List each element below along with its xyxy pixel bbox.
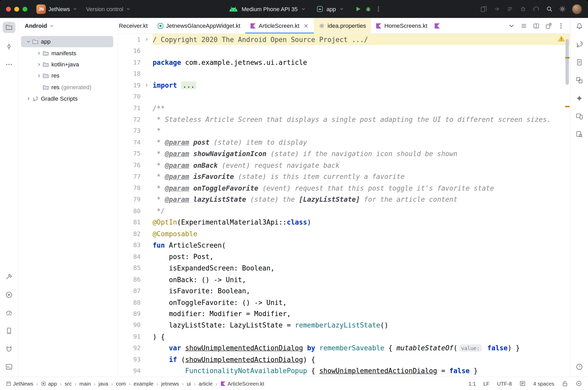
attach-debugger-icon[interactable] [520,6,527,12]
gutter[interactable]: 85 [118,262,153,274]
terminal-icon[interactable] [4,362,14,371]
breadcrumb-app[interactable]: app [41,380,57,386]
code-line[interactable]: 86 onBack: () -> Unit, [118,274,570,285]
code-line[interactable]: 79 * @param lazyListState (state) the [L… [118,194,570,205]
editor-scrollbar[interactable] [565,39,569,85]
app-inspection-icon[interactable] [574,130,584,139]
code-line[interactable]: 18 [118,68,570,79]
code-line[interactable]: 78 * @param onToggleFavorite (event) req… [118,182,570,194]
device-mirroring-icon[interactable] [480,6,487,12]
gutter[interactable]: 83 [118,239,153,251]
breadcrumb-com[interactable]: com [116,380,126,386]
chevron-right-icon[interactable] [35,49,43,57]
breadcrumb-src[interactable]: src [65,380,72,386]
gutter[interactable]: 78 [118,182,153,194]
breadcrumb-article[interactable]: article [199,380,213,386]
task-list-icon[interactable] [507,6,513,12]
more-icon[interactable] [4,60,14,69]
code-line[interactable]: 87 isFavorite: Boolean, [118,285,570,297]
gutter[interactable]: 79 [118,194,153,205]
notifications-icon[interactable] [574,22,584,31]
code-line[interactable]: 71/** [118,102,570,114]
gutter[interactable]: 88 [118,297,153,308]
chevron-down-icon[interactable] [25,38,32,45]
code-line[interactable]: 1/ Copyright 2020 The Android Open Sourc… [118,34,570,45]
tab-list-icon[interactable] [521,22,527,29]
gutter[interactable]: 92 [118,342,153,354]
detach-editor-icon[interactable] [545,22,552,29]
chevron-right-icon[interactable] [35,72,43,80]
gutter[interactable]: 70 [118,91,153,102]
project-folder-icon[interactable] [2,22,15,33]
fold-marker-icon[interactable] [141,37,152,42]
gutter[interactable]: 77 [118,171,153,182]
devices-icon[interactable] [4,326,14,335]
code-line[interactable]: 77 * @param isFavorite (state) is this i… [118,171,570,182]
code-line[interactable]: 91) { [118,331,570,342]
gemini-icon[interactable] [574,94,584,103]
code-line[interactable]: 73 * [118,125,570,137]
gutter[interactable]: 74 [118,137,153,148]
gutter[interactable]: 17 [118,57,153,68]
tree-item-app[interactable]: app [21,36,113,47]
unlock-icon[interactable] [562,380,568,387]
breadcrumb-articlescreen-kt[interactable]: ArticleScreen.kt [220,380,264,386]
code-line[interactable]: 74 * @param post (state) item to display [118,137,570,148]
close-tab-icon[interactable] [303,23,309,29]
caret-position[interactable]: 1:1 [468,380,476,386]
tab-idea-properties[interactable]: idea.properties [314,18,371,33]
code-line[interactable]: 88 onToggleFavorite: () -> Unit, [118,297,570,308]
minimize-window-button[interactable] [14,6,19,11]
breadcrumb-jetnews[interactable]: jetnews [161,380,179,386]
running-devices-icon[interactable] [574,112,584,121]
tree-item-kotlin-java[interactable]: kotlin+java [21,59,113,70]
tab-receiver-kt[interactable]: Receiver.kt [118,18,153,33]
code-line[interactable]: 72 * Stateless Article Screen that displ… [118,114,570,125]
gutter[interactable]: 71 [118,102,153,114]
code-line[interactable]: 80 */ [118,205,570,217]
build-icon[interactable] [4,272,14,281]
gutter[interactable]: 16 [118,45,153,57]
fold-marker-icon[interactable] [141,83,152,87]
code-line[interactable]: 93 if (showUnimplementedActionDialog) { [118,354,570,365]
code-line[interactable]: 76 * @param onBack (event) request navig… [118,159,570,171]
tab-stub[interactable] [432,18,442,33]
profiler-icon[interactable] [4,308,14,317]
gutter[interactable]: 90 [118,319,153,331]
device-selector[interactable]: Medium Phone API 35 [242,6,298,12]
run-button[interactable] [355,6,361,12]
gradle-icon[interactable] [574,40,584,49]
user-avatar[interactable] [572,4,582,14]
code-line[interactable]: 85 isExpandedScreen: Boolean, [118,262,570,274]
indent-info[interactable]: 4 spaces [533,380,554,386]
code-line[interactable]: 75 * @param showNavigationIcon (state) i… [118,148,570,159]
code-line[interactable]: 90 lazyListState: LazyListState = rememb… [118,319,570,331]
gutter[interactable]: 19 [118,79,153,91]
tab-jetnewsglanceappwidget-kt[interactable]: JetnewsGlanceAppWidget.kt [152,18,245,33]
code-line[interactable]: 17package com.example.jetnews.ui.article [118,57,570,68]
commit-icon[interactable] [4,42,14,51]
gutter[interactable]: 82 [118,228,153,239]
run-configuration[interactable]: app [326,6,336,12]
debug-button[interactable] [365,6,372,12]
editor[interactable]: 1/ Copyright 2020 The Android Open Sourc… [118,34,570,377]
file-encoding[interactable]: UTF-8 [497,380,512,386]
vcs-widget[interactable]: Version control [86,6,130,12]
code-line[interactable]: 92 var showUnimplementedActionDialog by … [118,342,570,354]
code-line[interactable]: 94 FunctionalityNotAvailablePopup { show… [118,365,570,377]
gutter[interactable]: 84 [118,251,153,262]
gutter[interactable]: 18 [118,68,153,79]
gutter[interactable]: 87 [118,285,153,297]
project-panel-header[interactable]: Android [18,18,118,34]
code-line[interactable]: 81@OptIn(ExperimentalMaterial3Api::class… [118,217,570,228]
gutter[interactable]: 76 [118,159,153,171]
tree-item-res[interactable]: res [21,70,113,82]
breadcrumb-example[interactable]: example [134,380,153,386]
close-window-button[interactable] [6,6,11,11]
tree-item-gradle-scripts[interactable]: Gradle Scripts [21,93,113,105]
inspection-warning-icon[interactable] [558,36,565,41]
gutter[interactable]: 75 [118,148,153,159]
code-line[interactable]: 82@Composable [118,228,570,239]
tree-item-manifests[interactable]: manifests [21,47,113,59]
more-actions-button[interactable] [375,6,382,12]
